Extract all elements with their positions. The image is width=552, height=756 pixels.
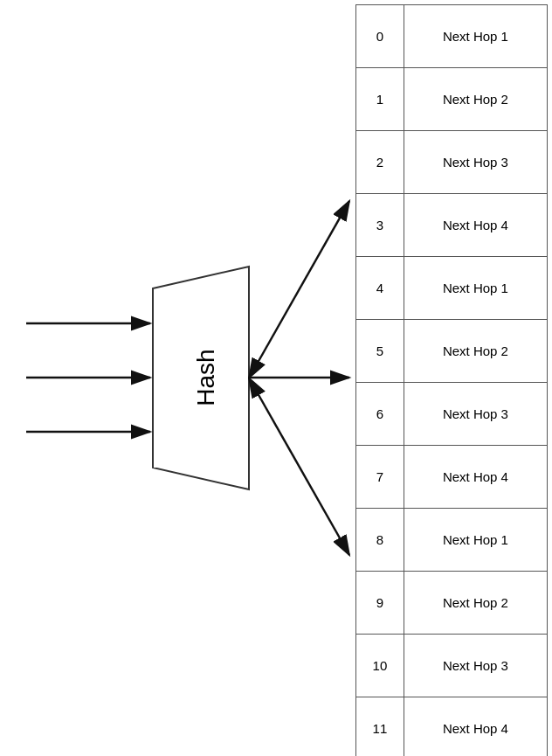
row-label: Next Hop 3 <box>404 383 547 446</box>
hash-label: Hash <box>192 349 219 406</box>
row-index: 5 <box>356 320 404 383</box>
table-row: 5 Next Hop 2 <box>356 320 548 383</box>
main-container: Hash 0 Next Hop 1 1 Next Hop 2 2 Next Ho… <box>0 0 552 756</box>
table-row: 11 Next Hop 4 <box>356 697 548 757</box>
output-arrow-top <box>258 201 349 363</box>
row-label: Next Hop 2 <box>404 572 547 635</box>
row-index: 9 <box>356 572 404 635</box>
row-label: Next Hop 3 <box>404 635 547 697</box>
table-row: 4 Next Hop 1 <box>356 257 548 320</box>
table-row: 3 Next Hop 4 <box>356 194 548 257</box>
output-arrow-bottom <box>258 393 349 555</box>
row-label: Next Hop 1 <box>404 5 547 68</box>
row-index: 2 <box>356 131 404 194</box>
row-index: 7 <box>356 446 404 509</box>
table-row: 6 Next Hop 3 <box>356 383 548 446</box>
table-row: 7 Next Hop 4 <box>356 446 548 509</box>
table-row: 0 Next Hop 1 <box>356 5 548 68</box>
table-row: 10 Next Hop 3 <box>356 635 548 697</box>
row-label: Next Hop 1 <box>404 257 547 320</box>
table-row: 8 Next Hop 1 <box>356 509 548 572</box>
row-index: 11 <box>356 697 404 757</box>
row-index: 0 <box>356 5 404 68</box>
hop-table: 0 Next Hop 1 1 Next Hop 2 2 Next Hop 3 3… <box>355 4 548 756</box>
row-label: Next Hop 1 <box>404 509 547 572</box>
row-label: Next Hop 2 <box>404 68 547 131</box>
routing-table: 0 Next Hop 1 1 Next Hop 2 2 Next Hop 3 3… <box>355 4 548 756</box>
row-index: 1 <box>356 68 404 131</box>
row-label: Next Hop 4 <box>404 697 547 757</box>
row-label: Next Hop 2 <box>404 320 547 383</box>
row-label: Next Hop 3 <box>404 131 547 194</box>
row-label: Next Hop 4 <box>404 194 547 257</box>
row-index: 10 <box>356 635 404 697</box>
row-index: 4 <box>356 257 404 320</box>
row-index: 3 <box>356 194 404 257</box>
table-row: 1 Next Hop 2 <box>356 68 548 131</box>
table-row: 9 Next Hop 2 <box>356 572 548 635</box>
row-label: Next Hop 4 <box>404 446 547 509</box>
row-index: 6 <box>356 383 404 446</box>
table-row: 2 Next Hop 3 <box>356 131 548 194</box>
row-index: 8 <box>356 509 404 572</box>
